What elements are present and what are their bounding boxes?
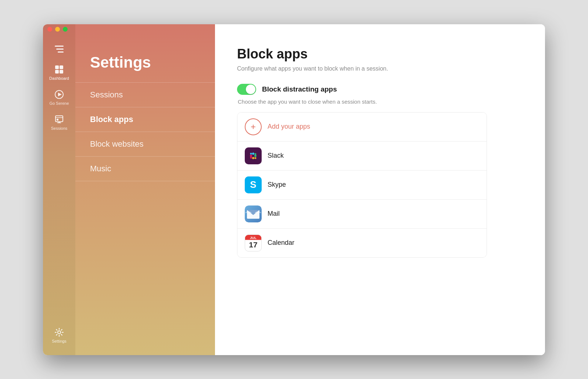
app-item-skype[interactable]: S Skype: [237, 171, 487, 200]
go-serene-label: Go Serene: [49, 101, 69, 106]
svg-text:S: S: [250, 179, 256, 190]
settings-title: Settings: [75, 46, 215, 82]
title-bar: [43, 24, 545, 35]
toggle-label: Block distracting apps: [262, 85, 337, 93]
maximize-button[interactable]: [63, 27, 68, 32]
hamburger-line-3: [58, 51, 64, 53]
nav-item-block-websites[interactable]: Block websites: [75, 132, 215, 157]
dashboard-label: Dashboard: [49, 76, 69, 81]
svg-rect-14: [252, 153, 254, 155]
svg-point-19: [250, 153, 252, 154]
svg-rect-1: [60, 65, 63, 69]
app-item-slack[interactable]: Slack: [237, 142, 487, 171]
calendar-app-icon: JUL 17: [245, 235, 262, 251]
add-apps-label: Add your apps: [268, 123, 310, 130]
sidebar-item-settings[interactable]: Settings: [43, 323, 75, 348]
app-window: Dashboard Go Serene Sessi: [43, 24, 545, 355]
svg-marker-5: [58, 93, 62, 96]
nav-item-sessions[interactable]: Sessions: [75, 82, 215, 107]
page-subtitle: Configure what apps you want to block wh…: [237, 65, 523, 72]
add-icon: +: [245, 118, 262, 135]
hamburger-icon[interactable]: [55, 46, 64, 53]
hamburger-line-1: [55, 46, 64, 47]
mail-app-icon: [245, 205, 262, 222]
close-button[interactable]: [47, 27, 52, 32]
minimize-button[interactable]: [55, 27, 60, 32]
svg-rect-8: [57, 119, 58, 121]
sessions-icon: [54, 114, 64, 125]
svg-rect-0: [55, 65, 59, 69]
svg-point-18: [255, 153, 257, 155]
apps-list: + Add your apps: [237, 112, 487, 258]
add-apps-row[interactable]: + Add your apps: [237, 112, 487, 142]
svg-text:JUL: JUL: [250, 235, 257, 239]
svg-point-20: [255, 157, 257, 159]
svg-point-17: [250, 157, 252, 158]
svg-point-11: [58, 331, 61, 334]
svg-text:17: 17: [249, 240, 257, 249]
svg-rect-6: [55, 116, 63, 122]
skype-app-name: Skype: [268, 181, 286, 189]
block-apps-toggle[interactable]: [237, 84, 256, 95]
calendar-app-name: Calendar: [268, 239, 294, 247]
settings-sidebar: Settings Sessions Block apps Block websi…: [75, 24, 215, 355]
svg-rect-15: [254, 155, 257, 157]
skype-app-icon: S: [245, 176, 262, 193]
slack-app-icon: [245, 147, 262, 164]
play-icon: [54, 89, 64, 100]
hamburger-line-2: [56, 49, 64, 50]
slack-app-name: Slack: [268, 152, 284, 160]
choose-label: Choose the app you want to close when a …: [237, 99, 523, 105]
settings-gear-icon: [54, 327, 64, 337]
toggle-row: Block distracting apps: [237, 84, 523, 95]
mail-app-name: Mail: [268, 210, 280, 218]
svg-rect-16: [252, 157, 254, 159]
sidebar-item-sessions[interactable]: Sessions: [43, 110, 75, 135]
page-title: Block apps: [237, 46, 523, 62]
svg-rect-13: [250, 155, 252, 157]
nav-item-music[interactable]: Music: [75, 157, 215, 181]
nav-item-block-apps[interactable]: Block apps: [75, 107, 215, 132]
main-content: Block apps Configure what apps you want …: [215, 24, 545, 355]
sessions-label: Sessions: [51, 126, 68, 130]
icon-sidebar: Dashboard Go Serene Sessi: [43, 24, 75, 355]
svg-rect-2: [55, 70, 59, 74]
app-item-mail[interactable]: Mail: [237, 200, 487, 229]
settings-label: Settings: [52, 339, 67, 343]
dashboard-icon: [54, 64, 64, 75]
svg-rect-3: [60, 70, 63, 74]
svg-rect-12: [247, 150, 259, 162]
sidebar-item-dashboard[interactable]: Dashboard: [43, 60, 75, 85]
app-item-calendar[interactable]: JUL 17 Calendar: [237, 229, 487, 257]
sidebar-item-go-serene[interactable]: Go Serene: [43, 85, 75, 110]
